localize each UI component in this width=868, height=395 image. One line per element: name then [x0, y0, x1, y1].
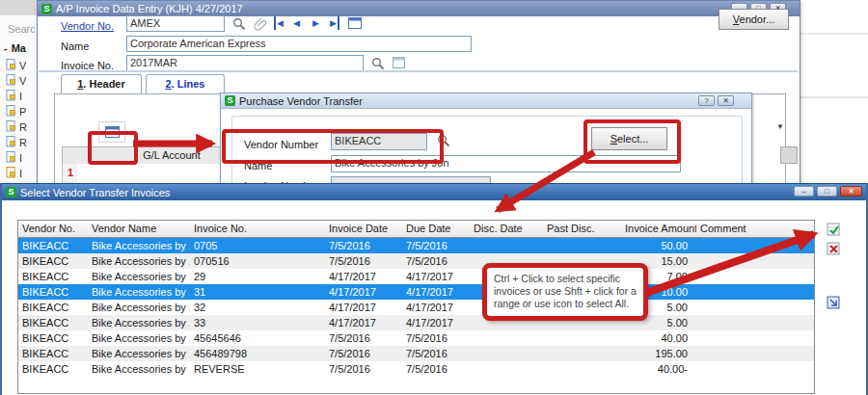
sidebar-item[interactable]: I [0, 150, 37, 166]
column-header-vendor-name[interactable]: Vendor Name [88, 221, 190, 237]
vendor-number-lookup-icon[interactable] [437, 134, 450, 147]
cell-vendor-name: Bike Accessories by ... [88, 361, 190, 377]
vendor-lookup-icon[interactable] [232, 17, 246, 31]
name-label: Name [61, 40, 89, 52]
column-header-due-date[interactable]: Due Date [402, 221, 470, 237]
table-row[interactable]: BIKEACCBike Accessories by ...456456467/… [18, 330, 814, 346]
sidebar-item-label: P [19, 106, 26, 118]
table-row[interactable]: BIKEACCBike Accessories by ...REVERSE7/5… [18, 361, 814, 377]
cell-invoice-date: 4/17/2017 [325, 300, 402, 315]
cell-invoice-no: 456489798 [190, 346, 325, 361]
select-button[interactable]: Select... [591, 127, 667, 150]
table-row[interactable]: BIKEACCBike Accessories by ...314/17/201… [18, 284, 814, 300]
deselect-all-icon[interactable] [827, 242, 841, 256]
transfer-information-icon[interactable] [98, 121, 125, 143]
table-row[interactable]: BIKEACCBike Accessories by ...4564897987… [18, 346, 814, 361]
sidebar-item[interactable]: R [0, 135, 37, 150]
invoice-lookup-icon[interactable] [371, 57, 385, 70]
name-input[interactable]: Corporate American Express [126, 36, 472, 52]
cell-invoice-date: 7/5/2016 [325, 238, 402, 253]
cell-disc-date [470, 330, 543, 346]
help-icon[interactable]: ? [698, 95, 715, 106]
detail-icon[interactable] [827, 296, 841, 310]
minimize-icon[interactable]: – [794, 186, 814, 197]
sidebar-item[interactable]: V [0, 58, 37, 73]
cell-invoice-no: 070516 [190, 253, 325, 269]
sidebar: Searc - Ma VVIPRRII [0, 15, 37, 183]
close-icon[interactable]: ✕ [840, 186, 862, 197]
task-page-icon [6, 74, 16, 88]
column-header-invoice-date[interactable]: Invoice Date [325, 221, 402, 237]
cell-comment [696, 330, 778, 346]
cell-vendor-name: Bike Accessories by ... [88, 238, 190, 253]
close-icon[interactable]: ✕ [718, 95, 734, 106]
cell-past-disc [543, 361, 621, 377]
column-header-amount[interactable]: Invoice Amount [621, 221, 696, 237]
paperclip-icon[interactable] [254, 17, 267, 31]
vendor-button[interactable]: Vendor... [719, 9, 789, 30]
callout-line: Ctrl + Click to select specific [494, 273, 637, 285]
cell-amount: 50.00 [621, 238, 696, 253]
nav-next-icon[interactable]: ▶ [312, 16, 319, 30]
cell-invoice-no: 0705 [190, 238, 325, 253]
sidebar-item[interactable]: R [0, 119, 37, 135]
sidebar-section-label: Ma [12, 42, 26, 54]
table-row[interactable]: BIKEACCBike Accessories by ...324/17/201… [18, 300, 814, 315]
cell-vendor-name: Bike Accessories by ... [88, 253, 190, 269]
task-page-icon [6, 105, 16, 118]
tab-header[interactable]: 1. Header [61, 74, 142, 93]
sidebar-search-label[interactable]: Searc [8, 23, 36, 35]
task-page-icon [6, 136, 16, 149]
sidebar-item[interactable]: P [0, 104, 37, 119]
nav-last-icon[interactable]: ▶ [330, 16, 339, 30]
invoice-no-input[interactable]: 2017MAR [126, 55, 364, 71]
cell-vendor-name: Bike Accessories by ... [88, 330, 190, 346]
cell-due-date: 7/5/2016 [402, 238, 470, 253]
sidebar-item[interactable]: I [0, 166, 37, 181]
sidebar-item-label: I [19, 168, 22, 179]
cell-due-date: 4/17/2017 [402, 300, 470, 315]
column-header-disc-date[interactable]: Disc. Date [470, 221, 543, 237]
grid-scroll-box[interactable] [780, 146, 798, 164]
sidebar-section-main[interactable]: - Ma [4, 42, 26, 54]
vendor-no-link[interactable]: Vendor No. [61, 20, 114, 32]
cell-past-disc [543, 346, 621, 361]
table-row[interactable]: BIKEACCBike Accessories by ...334/17/201… [18, 315, 814, 330]
vendor-no-input[interactable]: AMEX [126, 15, 225, 32]
cell-amount: 195.00 [621, 346, 696, 361]
annotation-callout: Ctrl + Click to select specific invoices… [482, 263, 648, 321]
memo-grid-icon[interactable] [348, 17, 362, 30]
task-page-icon [6, 120, 16, 134]
cell-due-date: 4/17/2017 [402, 284, 470, 300]
cell-due-date: 7/5/2016 [402, 253, 470, 269]
ap-window-title: A/P Invoice Data Entry (KJH) 4/27/2017 [56, 3, 243, 14]
sidebar-item[interactable]: I [0, 89, 37, 104]
table-row[interactable]: BIKEACCBike Accessories by ...0705167/5/… [18, 253, 814, 269]
cell-invoice-date: 7/5/2016 [325, 330, 402, 346]
sidebar-item-label: V [19, 75, 26, 87]
invoice-memo-icon[interactable] [393, 57, 405, 69]
transfer-name-label: Name [244, 160, 272, 171]
select-all-icon[interactable] [827, 223, 841, 237]
column-header-comment[interactable]: Comment [696, 221, 778, 237]
column-header-vendor-no[interactable]: Vendor No. [18, 221, 88, 237]
cell-invoice-date: 4/17/2017 [325, 315, 402, 330]
table-row[interactable]: BIKEACCBike Accessories by ...07057/5/20… [18, 238, 814, 253]
nav-prev-icon[interactable]: ◀ [293, 16, 300, 30]
column-header-past-disc[interactable]: Past Disc. [543, 221, 621, 237]
vendor-number-input[interactable]: BIKEACC [331, 133, 427, 150]
tab-lines[interactable]: 2. Lines [146, 74, 225, 93]
sidebar-item-label: V [19, 60, 26, 71]
vendor-number-label: Vendor Number [244, 139, 318, 150]
table-row[interactable]: BIKEACCBike Accessories by ...294/17/201… [18, 269, 814, 284]
grid-dropdown-icon[interactable]: ▼ [772, 119, 789, 133]
collapse-marker-icon[interactable]: - [4, 42, 8, 54]
cell-amount: 40.00 [621, 330, 696, 346]
maximize-icon[interactable]: □ [817, 186, 837, 197]
transfer-name-input[interactable]: Bike Accessories by Jon [331, 155, 681, 172]
nav-first-icon[interactable]: ◀ [274, 16, 284, 30]
column-header-invoice-no[interactable]: Invoice No. [190, 221, 325, 237]
cell-invoice-no: 33 [190, 315, 325, 330]
sidebar-item[interactable]: V [0, 73, 37, 89]
cell-vendor-no: BIKEACC [18, 346, 88, 361]
